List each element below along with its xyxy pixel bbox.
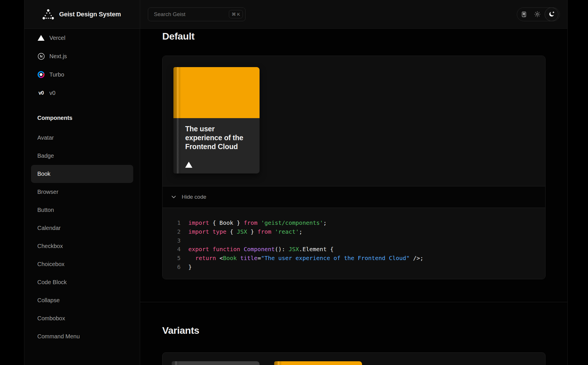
line-number: 4 — [163, 245, 181, 254]
turbo-icon — [37, 71, 45, 78]
sidebar-item-code-block[interactable]: Code Block — [31, 273, 133, 291]
app-frame: Geist Design System ⌘ K — [24, 0, 568, 365]
sidebar-item-button[interactable]: Button — [31, 201, 133, 219]
hide-code-toggle[interactable]: Hide code — [163, 186, 545, 208]
book-title: The user experience of the Frontend Clou… — [185, 124, 252, 151]
code-line: 2import type { JSX } from 'react'; — [163, 227, 537, 236]
sidebar-item-badge[interactable]: Badge — [31, 147, 133, 165]
code-line: 3 — [163, 236, 537, 245]
nav-label: v0 — [49, 90, 55, 96]
sidebar-item-choicebox[interactable]: Choicebox — [31, 255, 133, 273]
header-brand: Geist Design System — [24, 0, 140, 29]
code-line: 5 return <Book title="The user experienc… — [163, 254, 537, 263]
code-text — [181, 236, 192, 245]
nav-label: Turbo — [49, 71, 64, 78]
device-icon — [521, 11, 527, 17]
main-content: Default The user experience of the Front… — [140, 29, 567, 365]
nav-label: Vercel — [49, 35, 65, 41]
default-section: Default The user experience of the Front… — [140, 29, 567, 302]
code-block[interactable]: 1import { Book } from 'geist/components'… — [163, 208, 545, 279]
sidebar: Vercel Next.js Turbo v0 v0 Components — [24, 29, 140, 365]
sidebar-item-nextjs[interactable]: Next.js — [24, 47, 140, 65]
v0-icon: v0 — [37, 90, 45, 96]
chevron-down-icon — [171, 196, 176, 198]
code-text: import type { JSX } from 'react'; — [181, 227, 302, 236]
line-number: 1 — [163, 218, 181, 227]
code-text: import { Book } from 'geist/components'; — [181, 218, 327, 227]
code-line: 4export function Component(): JSX.Elemen… — [163, 245, 537, 254]
sidebar-item-calendar[interactable]: Calendar — [31, 219, 133, 237]
sidebar-item-avatar[interactable]: Avatar — [31, 129, 133, 147]
nextjs-icon — [37, 53, 45, 60]
component-preview: The user experience of the Frontend Clou… — [163, 56, 545, 186]
theme-system-button[interactable] — [518, 9, 530, 20]
code-text: export function Component(): JSX.Element… — [181, 245, 334, 254]
theme-switcher — [517, 7, 560, 21]
book-cover — [173, 67, 260, 118]
line-number: 3 — [163, 236, 181, 245]
theme-dark-button[interactable] — [545, 7, 558, 21]
variants-section: Variants — [140, 323, 567, 365]
example-card: The user experience of the Frontend Clou… — [162, 56, 546, 279]
section-heading-variants: Variants — [162, 323, 546, 336]
sidebar-item-browser[interactable]: Browser — [31, 183, 133, 201]
line-number: 6 — [163, 263, 181, 272]
sidebar-item-collapse[interactable]: Collapse — [31, 291, 133, 309]
book-lower: The user experience of the Frontend Clou… — [173, 118, 260, 173]
vercel-triangle-icon — [37, 35, 45, 41]
book-component-gray — [172, 361, 260, 365]
sidebar-item-command-menu[interactable]: Command Menu — [31, 327, 133, 346]
variants-example-card — [162, 352, 546, 365]
hide-code-label: Hide code — [182, 194, 206, 200]
sidebar-item-turbo[interactable]: Turbo — [24, 65, 140, 84]
code-text: } — [181, 263, 192, 272]
section-heading-default: Default — [162, 29, 546, 42]
sidebar-item-combobox[interactable]: Combobox — [31, 309, 133, 327]
sun-icon — [534, 11, 541, 17]
header-bar: ⌘ K — [140, 0, 567, 29]
components-section-heading: Components — [37, 115, 140, 121]
components-list: AvatarBadgeBookBrowserButtonCalendarChec… — [31, 129, 133, 346]
book-component: The user experience of the Frontend Clou… — [173, 67, 260, 173]
search-input[interactable] — [154, 11, 229, 17]
page-title: Geist Design System — [59, 11, 121, 18]
code-line: 6} — [163, 263, 537, 272]
code-text: return <Book title="The user experience … — [181, 254, 423, 263]
moon-icon — [548, 11, 555, 18]
sidebar-item-vercel[interactable]: Vercel — [24, 29, 140, 47]
geist-logo-dot-triangle-icon — [42, 9, 54, 19]
search-input-container[interactable]: ⌘ K — [148, 7, 245, 21]
sidebar-item-book[interactable]: Book — [31, 165, 133, 183]
vercel-triangle-icon — [185, 162, 192, 168]
code-line: 1import { Book } from 'geist/components'… — [163, 218, 537, 227]
theme-light-button[interactable] — [531, 9, 543, 20]
keyboard-shortcut-badge: ⌘ K — [229, 10, 243, 18]
sidebar-item-v0[interactable]: v0 v0 — [24, 84, 140, 102]
nav-label: Next.js — [49, 53, 67, 60]
line-number: 2 — [163, 227, 181, 236]
book-component-amber — [274, 361, 362, 365]
line-number: 5 — [163, 254, 181, 263]
sidebar-item-checkbox[interactable]: Checkbox — [31, 237, 133, 255]
